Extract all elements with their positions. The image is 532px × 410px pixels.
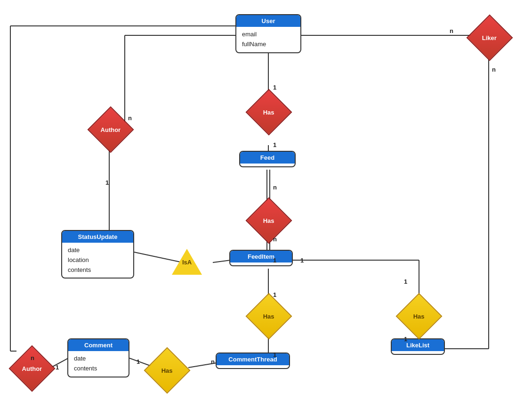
card-4: n [273, 236, 277, 243]
card-2: 1 [273, 141, 276, 148]
entity-likelist-body [392, 351, 444, 354]
diamond-has-feed-feeditem-label: Has [263, 217, 274, 224]
svg-line-21 [51, 358, 68, 368]
card-16: 1 [300, 257, 304, 264]
card-13: n [211, 358, 215, 365]
svg-line-13 [213, 260, 231, 262]
diamond-liker: Liker [471, 19, 508, 57]
diamond-has-comment-commentthread: Has [149, 353, 185, 388]
entity-statusupdate-body: datelocationcontents [62, 243, 133, 278]
entity-comment-body: datecontents [68, 351, 129, 377]
entity-commentthread: CommentThread [216, 353, 290, 369]
card-15: 1 [273, 351, 276, 358]
entity-comment-header: Comment [68, 339, 129, 351]
entity-feeditem-body [230, 262, 292, 265]
card-1: 1 [273, 84, 276, 91]
diamond-author-statusupdate: Author [92, 111, 129, 148]
entity-commentthread-header: CommentThread [217, 353, 289, 365]
card-14: 1 [273, 291, 276, 298]
diamond-has-user-feed-label: Has [263, 108, 274, 115]
diamond-author-comment-label: Author [22, 365, 42, 372]
card-9: 1 [105, 179, 109, 186]
diamond-has-feed-feeditem: Has [251, 203, 287, 238]
diamond-has-comment-commentthread-label: Has [161, 367, 173, 374]
card-5: 1 [273, 257, 276, 264]
entity-likelist-header: LikeList [392, 339, 444, 351]
card-11: 1 [56, 364, 59, 371]
entity-feed-header: Feed [240, 152, 295, 164]
entity-user: User emailfullName [235, 14, 301, 53]
card-18: 1 [404, 336, 407, 343]
diamond-has-feeditem-likelist: Has [401, 298, 437, 334]
entity-feeditem: FeedItem [229, 250, 293, 266]
card-7: n [492, 66, 496, 73]
entity-user-body: emailfullName [236, 27, 300, 52]
entity-feeditem-header: FeedItem [230, 251, 292, 262]
diamond-has-feeditem-likelist-label: Has [413, 312, 425, 320]
triangle-isa: IsA [172, 248, 202, 275]
entity-statusupdate: StatusUpdate datelocationcontents [61, 230, 134, 279]
card-10: n [31, 354, 34, 361]
er-diagram: User emailfullName Feed FeedItem StatusU… [0, 0, 532, 410]
diamond-has-user-feed: Has [251, 94, 287, 130]
card-8: n [128, 115, 132, 122]
card-17: 1 [404, 278, 407, 285]
entity-feed-body [240, 164, 295, 166]
diamond-has-feeditem-commentthread: Has [251, 298, 287, 334]
card-6: n [450, 27, 453, 34]
diamond-has-feeditem-commentthread-label: Has [263, 312, 274, 320]
card-3: n [273, 184, 277, 191]
diamond-author-statusupdate-label: Author [101, 126, 121, 133]
diamond-liker-label: Liker [482, 34, 497, 41]
entity-commentthread-body [217, 365, 289, 368]
entity-comment: Comment datecontents [67, 338, 129, 377]
entity-statusupdate-header: StatusUpdate [62, 231, 133, 243]
card-12: 1 [137, 358, 140, 365]
entity-likelist: LikeList [391, 338, 445, 355]
entity-feed: Feed [239, 151, 296, 167]
entity-user-header: User [236, 15, 300, 27]
triangle-isa-label: IsA [182, 259, 192, 266]
